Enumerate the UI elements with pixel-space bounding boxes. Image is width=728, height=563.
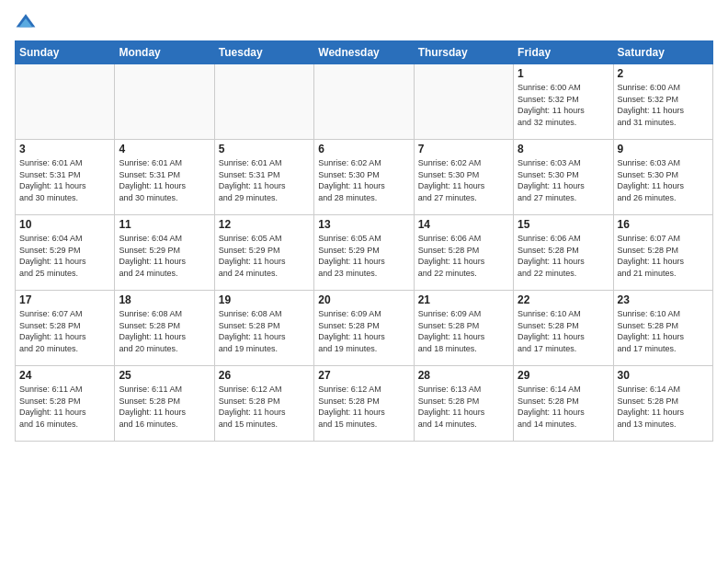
day-info: Sunrise: 6:06 AM Sunset: 5:28 PM Dayligh… xyxy=(518,233,609,279)
day-cell: 1Sunrise: 6:00 AM Sunset: 5:32 PM Daylig… xyxy=(514,64,613,140)
day-number: 19 xyxy=(219,293,310,306)
week-row-3: 10Sunrise: 6:04 AM Sunset: 5:29 PM Dayli… xyxy=(16,215,713,291)
day-number: 17 xyxy=(19,293,110,306)
week-row-5: 24Sunrise: 6:11 AM Sunset: 5:28 PM Dayli… xyxy=(16,366,713,442)
day-cell: 26Sunrise: 6:12 AM Sunset: 5:28 PM Dayli… xyxy=(214,366,313,442)
day-cell: 29Sunrise: 6:14 AM Sunset: 5:28 PM Dayli… xyxy=(514,366,613,442)
day-number: 16 xyxy=(618,218,709,231)
day-number: 7 xyxy=(418,143,509,155)
day-number: 14 xyxy=(418,218,509,231)
logo-icon xyxy=(15,11,37,33)
day-cell: 10Sunrise: 6:04 AM Sunset: 5:29 PM Dayli… xyxy=(16,215,115,291)
day-info: Sunrise: 6:05 AM Sunset: 5:29 PM Dayligh… xyxy=(219,233,310,279)
day-info: Sunrise: 6:04 AM Sunset: 5:29 PM Dayligh… xyxy=(119,233,210,279)
day-cell: 3Sunrise: 6:01 AM Sunset: 5:31 PM Daylig… xyxy=(16,140,115,215)
day-cell: 9Sunrise: 6:03 AM Sunset: 5:30 PM Daylig… xyxy=(613,140,712,215)
day-cell: 8Sunrise: 6:03 AM Sunset: 5:30 PM Daylig… xyxy=(514,140,613,215)
day-number: 22 xyxy=(518,293,609,306)
day-number: 29 xyxy=(518,369,609,382)
day-cell: 17Sunrise: 6:07 AM Sunset: 5:28 PM Dayli… xyxy=(16,291,115,366)
day-info: Sunrise: 6:07 AM Sunset: 5:28 PM Dayligh… xyxy=(618,233,709,279)
day-cell: 13Sunrise: 6:05 AM Sunset: 5:29 PM Dayli… xyxy=(314,215,414,291)
day-info: Sunrise: 6:05 AM Sunset: 5:29 PM Dayligh… xyxy=(318,233,409,279)
weekday-header-row: SundayMondayTuesdayWednesdayThursdayFrid… xyxy=(16,41,713,64)
day-info: Sunrise: 6:02 AM Sunset: 5:30 PM Dayligh… xyxy=(318,157,409,203)
day-cell xyxy=(214,64,313,140)
day-number: 28 xyxy=(418,369,509,382)
week-row-4: 17Sunrise: 6:07 AM Sunset: 5:28 PM Dayli… xyxy=(16,291,713,366)
page: SundayMondayTuesdayWednesdayThursdayFrid… xyxy=(0,0,728,563)
day-number: 3 xyxy=(19,143,110,155)
day-number: 23 xyxy=(618,293,709,306)
day-number: 11 xyxy=(119,218,210,231)
day-number: 15 xyxy=(518,218,609,231)
weekday-monday: Monday xyxy=(115,41,214,64)
day-cell: 21Sunrise: 6:09 AM Sunset: 5:28 PM Dayli… xyxy=(414,291,513,366)
day-cell: 30Sunrise: 6:14 AM Sunset: 5:28 PM Dayli… xyxy=(613,366,712,442)
day-info: Sunrise: 6:12 AM Sunset: 5:28 PM Dayligh… xyxy=(219,384,310,430)
day-info: Sunrise: 6:00 AM Sunset: 5:32 PM Dayligh… xyxy=(518,82,609,128)
day-cell: 4Sunrise: 6:01 AM Sunset: 5:31 PM Daylig… xyxy=(115,140,214,215)
day-info: Sunrise: 6:14 AM Sunset: 5:28 PM Dayligh… xyxy=(618,384,709,430)
day-cell: 25Sunrise: 6:11 AM Sunset: 5:28 PM Dayli… xyxy=(115,366,214,442)
day-info: Sunrise: 6:08 AM Sunset: 5:28 PM Dayligh… xyxy=(219,308,310,354)
day-cell: 27Sunrise: 6:12 AM Sunset: 5:28 PM Dayli… xyxy=(314,366,414,442)
day-number: 5 xyxy=(219,143,310,155)
day-info: Sunrise: 6:02 AM Sunset: 5:30 PM Dayligh… xyxy=(418,157,509,203)
day-info: Sunrise: 6:14 AM Sunset: 5:28 PM Dayligh… xyxy=(518,384,609,430)
day-cell xyxy=(414,64,513,140)
weekday-wednesday: Wednesday xyxy=(314,41,414,64)
day-info: Sunrise: 6:01 AM Sunset: 5:31 PM Dayligh… xyxy=(19,157,110,203)
day-info: Sunrise: 6:07 AM Sunset: 5:28 PM Dayligh… xyxy=(19,308,110,354)
day-cell: 12Sunrise: 6:05 AM Sunset: 5:29 PM Dayli… xyxy=(214,215,313,291)
day-number: 18 xyxy=(119,293,210,306)
day-number: 12 xyxy=(219,218,310,231)
day-cell: 28Sunrise: 6:13 AM Sunset: 5:28 PM Dayli… xyxy=(414,366,513,442)
day-cell: 15Sunrise: 6:06 AM Sunset: 5:28 PM Dayli… xyxy=(514,215,613,291)
day-cell: 22Sunrise: 6:10 AM Sunset: 5:28 PM Dayli… xyxy=(514,291,613,366)
day-info: Sunrise: 6:10 AM Sunset: 5:28 PM Dayligh… xyxy=(518,308,609,354)
weekday-thursday: Thursday xyxy=(414,41,513,64)
day-number: 1 xyxy=(518,67,609,80)
day-cell: 20Sunrise: 6:09 AM Sunset: 5:28 PM Dayli… xyxy=(314,291,414,366)
day-cell: 2Sunrise: 6:00 AM Sunset: 5:32 PM Daylig… xyxy=(613,64,712,140)
day-number: 20 xyxy=(318,293,409,306)
day-info: Sunrise: 6:09 AM Sunset: 5:28 PM Dayligh… xyxy=(418,308,509,354)
day-number: 27 xyxy=(318,369,409,382)
day-info: Sunrise: 6:06 AM Sunset: 5:28 PM Dayligh… xyxy=(418,233,509,279)
calendar: SundayMondayTuesdayWednesdayThursdayFrid… xyxy=(15,40,713,442)
day-cell: 6Sunrise: 6:02 AM Sunset: 5:30 PM Daylig… xyxy=(314,140,414,215)
header xyxy=(15,11,713,33)
day-info: Sunrise: 6:11 AM Sunset: 5:28 PM Dayligh… xyxy=(19,384,110,430)
day-cell xyxy=(16,64,115,140)
day-number: 2 xyxy=(618,67,709,80)
weekday-friday: Friday xyxy=(514,41,613,64)
day-number: 10 xyxy=(19,218,110,231)
day-info: Sunrise: 6:11 AM Sunset: 5:28 PM Dayligh… xyxy=(119,384,210,430)
day-info: Sunrise: 6:01 AM Sunset: 5:31 PM Dayligh… xyxy=(219,157,310,203)
day-number: 9 xyxy=(618,143,709,155)
day-number: 8 xyxy=(518,143,609,155)
day-info: Sunrise: 6:03 AM Sunset: 5:30 PM Dayligh… xyxy=(618,157,709,203)
week-row-1: 1Sunrise: 6:00 AM Sunset: 5:32 PM Daylig… xyxy=(16,64,713,140)
day-cell: 16Sunrise: 6:07 AM Sunset: 5:28 PM Dayli… xyxy=(613,215,712,291)
day-info: Sunrise: 6:13 AM Sunset: 5:28 PM Dayligh… xyxy=(418,384,509,430)
weekday-saturday: Saturday xyxy=(613,41,712,64)
day-cell: 18Sunrise: 6:08 AM Sunset: 5:28 PM Dayli… xyxy=(115,291,214,366)
day-info: Sunrise: 6:03 AM Sunset: 5:30 PM Dayligh… xyxy=(518,157,609,203)
day-cell: 11Sunrise: 6:04 AM Sunset: 5:29 PM Dayli… xyxy=(115,215,214,291)
week-row-2: 3Sunrise: 6:01 AM Sunset: 5:31 PM Daylig… xyxy=(16,140,713,215)
day-info: Sunrise: 6:12 AM Sunset: 5:28 PM Dayligh… xyxy=(318,384,409,430)
day-number: 6 xyxy=(318,143,409,155)
day-cell: 14Sunrise: 6:06 AM Sunset: 5:28 PM Dayli… xyxy=(414,215,513,291)
day-number: 26 xyxy=(219,369,310,382)
weekday-sunday: Sunday xyxy=(16,41,115,64)
day-info: Sunrise: 6:09 AM Sunset: 5:28 PM Dayligh… xyxy=(318,308,409,354)
day-number: 25 xyxy=(119,369,210,382)
day-cell xyxy=(115,64,214,140)
day-info: Sunrise: 6:00 AM Sunset: 5:32 PM Dayligh… xyxy=(618,82,709,128)
day-info: Sunrise: 6:08 AM Sunset: 5:28 PM Dayligh… xyxy=(119,308,210,354)
day-cell: 5Sunrise: 6:01 AM Sunset: 5:31 PM Daylig… xyxy=(214,140,313,215)
day-cell: 24Sunrise: 6:11 AM Sunset: 5:28 PM Dayli… xyxy=(16,366,115,442)
day-number: 13 xyxy=(318,218,409,231)
